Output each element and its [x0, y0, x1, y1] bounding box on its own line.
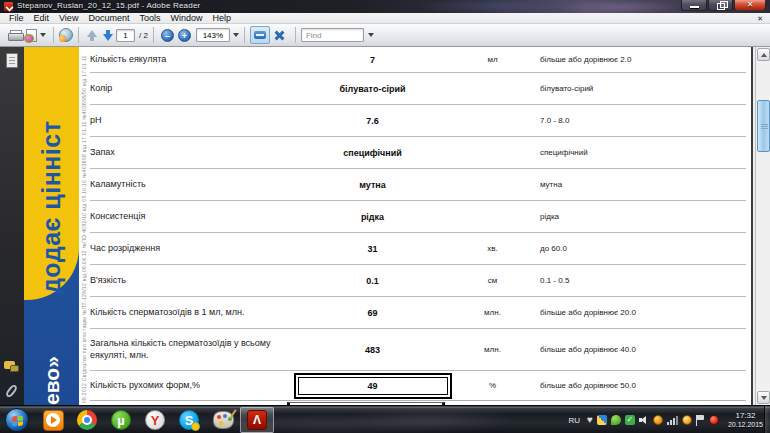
network-signal-icon[interactable]: [667, 415, 678, 425]
desktop-screen: Stepanov_Ruslan_20_12_15.pdf - Adobe Rea…: [0, 0, 770, 433]
previous-page-button[interactable]: [84, 26, 100, 45]
menu-document[interactable]: Document: [83, 13, 134, 24]
row-value: 49: [367, 381, 377, 391]
row-value: 69: [290, 308, 455, 318]
row-value: 0.1: [290, 276, 455, 286]
scrollbar-thumb[interactable]: [757, 100, 770, 152]
zoom-level-dropdown[interactable]: 143%: [196, 28, 230, 42]
chrome-icon: [77, 410, 97, 430]
volume-icon[interactable]: [639, 415, 649, 425]
red-shield-tray-icon[interactable]: [709, 415, 719, 425]
menu-view[interactable]: View: [54, 13, 83, 24]
taskbar-app-utorrent[interactable]: µ: [104, 407, 138, 433]
certificate-fine-print: 08.2012 Свідоцтво про атестацію №ПТ-129/…: [81, 55, 87, 403]
row-unit: мл: [455, 55, 530, 64]
menu-help[interactable]: Help: [207, 13, 236, 24]
menu-edit[interactable]: Edit: [29, 13, 55, 24]
zoom-in-button[interactable]: [178, 29, 191, 42]
language-indicator[interactable]: RU: [568, 416, 580, 425]
row-norm: більше або дорівнює 40.0: [530, 345, 746, 354]
collaborate-button[interactable]: [24, 26, 48, 45]
globe-icon: [59, 28, 73, 42]
comments-panel-icon[interactable]: [4, 361, 20, 374]
row-value: 483: [290, 345, 455, 355]
row-value: 31: [290, 244, 455, 254]
taskbar-app-chrome[interactable]: [70, 407, 104, 433]
taskbar-clock[interactable]: 17:32 20.12.2015: [728, 411, 763, 428]
adobe-reader-app-icon: [4, 2, 13, 11]
find-options-button[interactable]: [364, 28, 376, 42]
vertical-scrollbar[interactable]: [755, 47, 770, 405]
taskbar-app-adobe-reader[interactable]: Λ: [240, 407, 274, 433]
row-name: Кількість рухомих форм,%: [90, 380, 290, 391]
menu-window[interactable]: Window: [165, 13, 207, 24]
toolbar-separator: [244, 27, 245, 43]
row-unit: млн.: [455, 345, 530, 354]
start-button[interactable]: [5, 408, 29, 432]
arrow-up-icon: [761, 53, 767, 57]
next-page-button[interactable]: [100, 26, 116, 45]
amber-circle-tray-icon[interactable]: [682, 415, 692, 425]
show-desktop-button[interactable]: [764, 406, 770, 433]
row-value: 7.6: [290, 116, 455, 126]
action-center-flag-icon[interactable]: [696, 415, 705, 426]
taskbar-app-skype[interactable]: S: [172, 407, 206, 433]
table-row: В'язкість 0.1 см 0.1 - 0.5: [90, 265, 746, 297]
orange-circle-tray-icon[interactable]: [653, 415, 663, 425]
table-row: pH 7.6 7.0 - 8.0: [90, 105, 746, 137]
scrolling-mode-button[interactable]: [250, 26, 270, 44]
zoom-out-button[interactable]: [161, 29, 174, 42]
print-button[interactable]: [6, 26, 24, 45]
menu-tools[interactable]: Tools: [134, 13, 165, 24]
scroll-down-button[interactable]: [757, 391, 770, 404]
system-tray: RU ♥ ✓ 17:32 20.12.2015: [568, 406, 763, 433]
row-norm: 7.0 - 8.0: [530, 116, 746, 125]
pages-panel-icon[interactable]: [6, 53, 18, 68]
chevron-down-icon: [368, 33, 374, 37]
menu-file[interactable]: File: [4, 13, 29, 24]
selected-field-frame[interactable]: 49: [298, 377, 448, 395]
find-input[interactable]: [301, 28, 364, 42]
taskbar-app-yandex[interactable]: Y: [138, 407, 172, 433]
taskbar-app-paint[interactable]: [206, 407, 240, 433]
zoom-chevron-down-icon[interactable]: [233, 33, 239, 37]
printer-icon: [8, 30, 22, 40]
restore-button[interactable]: [708, 0, 733, 11]
page-number-input[interactable]: [116, 29, 135, 42]
minimize-button[interactable]: [681, 0, 707, 11]
chevron-down-icon: [40, 33, 46, 37]
row-value: специфічний: [290, 148, 455, 158]
table-row: Кількість рухомих форм,% 49 % більше або…: [90, 371, 746, 401]
navigation-panel-strip: [0, 47, 24, 405]
adobe-reader-icon: Λ: [247, 410, 267, 430]
table-row: Колір білувато-сірий білувато-сірий: [90, 73, 746, 105]
acrobat-com-button[interactable]: [59, 26, 73, 45]
scroll-up-button[interactable]: [757, 48, 770, 61]
row-norm: більше або дорівнює 2.0: [530, 55, 746, 64]
row-norm: до 60.0: [530, 244, 746, 253]
heart-icon[interactable]: ♥: [587, 415, 593, 425]
row-norm: більше або дорівнює 50.0: [530, 381, 746, 390]
row-name: Час розрідження: [90, 243, 290, 254]
checkmark-status-icon[interactable]: ✓: [625, 415, 635, 425]
row-name: Консистенція: [90, 211, 290, 222]
scrolling-mode-icon: [254, 31, 266, 39]
brand-slogan-text: додає цінніст: [37, 64, 66, 294]
row-norm: специфічний: [530, 148, 746, 157]
toolbar-separator: [78, 27, 79, 43]
notification-badge: [191, 422, 200, 431]
green-leaf-icon[interactable]: [611, 415, 621, 425]
close-button[interactable]: [734, 0, 766, 11]
attachments-panel-icon[interactable]: [4, 383, 18, 398]
taskbar-app-potplayer[interactable]: [36, 407, 70, 433]
pdf-page: додає цінніст ево» 08.2012 Свідоцтво про…: [24, 47, 753, 405]
brand-name-text: ево»: [40, 317, 64, 405]
document-pane: додає цінніст ево» 08.2012 Свідоцтво про…: [0, 47, 770, 405]
row-value: рідка: [290, 212, 455, 222]
blue-yellow-tray-icon[interactable]: [597, 415, 607, 425]
arrow-up-stem: [90, 37, 94, 41]
menubar-close-icon[interactable]: ✕: [757, 14, 763, 23]
titlebar: Stepanov_Ruslan_20_12_15.pdf - Adobe Rea…: [0, 0, 770, 13]
fullscreen-mode-button[interactable]: [270, 26, 290, 44]
toolbar: / 2 143%: [0, 24, 770, 47]
